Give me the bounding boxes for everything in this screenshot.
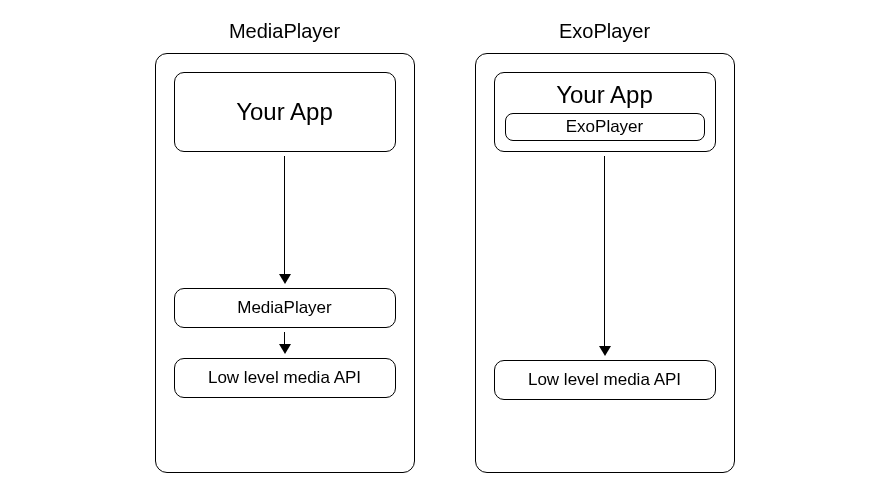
exoplayer-inner-box: ExoPlayer — [505, 113, 705, 141]
exoplayer-column: ExoPlayer Your App ExoPlayer Low level m… — [475, 20, 735, 473]
low-level-api-box-left: Low level media API — [174, 358, 396, 398]
exoplayer-outer-box: Your App ExoPlayer Low level media API — [475, 53, 735, 473]
mediaplayer-title: MediaPlayer — [229, 20, 340, 43]
exoplayer-title: ExoPlayer — [559, 20, 650, 43]
mediaplayer-label: MediaPlayer — [237, 298, 332, 318]
low-level-api-label-left: Low level media API — [208, 368, 361, 388]
mediaplayer-box: MediaPlayer — [174, 288, 396, 328]
your-app-box-left: Your App — [174, 72, 396, 152]
your-app-label-left: Your App — [236, 98, 333, 126]
exoplayer-inner-label: ExoPlayer — [566, 117, 643, 137]
mediaplayer-column: MediaPlayer Your App MediaPlayer Low lev… — [155, 20, 415, 473]
low-level-api-box-right: Low level media API — [494, 360, 716, 400]
mediaplayer-outer-box: Your App MediaPlayer Low level media API — [155, 53, 415, 473]
arrow-icon — [599, 156, 611, 356]
low-level-api-label-right: Low level media API — [528, 370, 681, 390]
your-app-box-right: Your App ExoPlayer — [494, 72, 716, 152]
arrow-icon — [279, 332, 291, 354]
your-app-label-right: Your App — [556, 81, 653, 109]
arrow-icon — [279, 156, 291, 284]
